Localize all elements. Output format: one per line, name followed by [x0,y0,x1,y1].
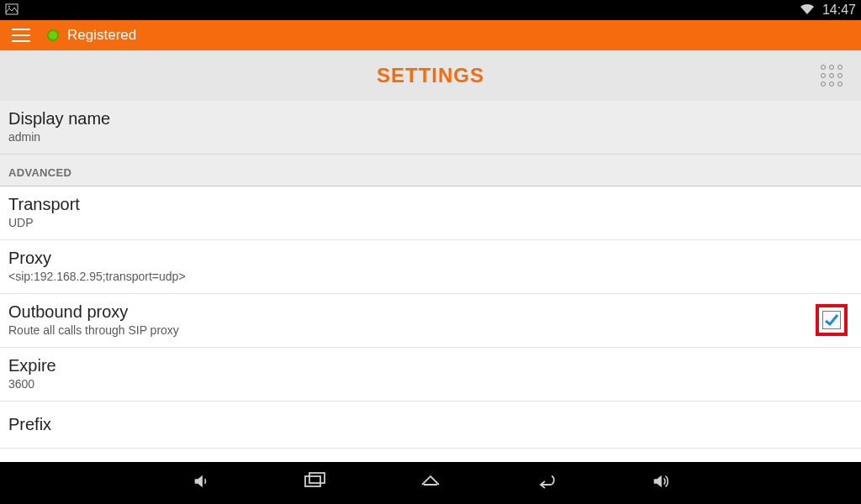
row-value: 3600 [8,377,853,391]
volume-up-icon[interactable] [651,472,669,494]
page-title: SETTINGS [377,64,484,87]
row-title: Transport [8,195,853,214]
row-expire[interactable]: Expire 3600 [0,348,861,402]
row-value: admin [8,130,853,144]
settings-header: SETTINGS [0,50,861,101]
svg-rect-3 [309,473,325,483]
row-title: Proxy [8,249,853,268]
row-proxy[interactable]: Proxy <sip:192.168.2.95;transport=udp> [0,240,861,294]
status-time: 14:47 [822,3,856,18]
row-title: Display name [8,109,853,129]
row-transport[interactable]: Transport UDP [0,186,861,240]
row-prefix[interactable]: Prefix [0,402,861,449]
row-desc: Route all calls through SIP proxy [8,323,816,337]
row-value: UDP [8,216,853,229]
row-outbound-proxy[interactable]: Outbound proxy Route all calls through S… [0,294,861,348]
home-icon[interactable] [419,470,442,496]
notification-image-icon [5,3,18,18]
outbound-proxy-checkbox[interactable] [822,311,841,329]
volume-down-icon[interactable] [192,472,210,494]
checkbox-highlight [816,304,848,336]
back-icon[interactable] [535,470,558,496]
android-nav-bar [0,462,861,504]
settings-list: Display name admin ADVANCED Transport UD… [0,101,861,449]
registration-status-icon [47,29,59,41]
row-display-name[interactable]: Display name admin [0,101,861,155]
row-value: <sip:192.168.2.95;transport=udp> [8,270,853,283]
row-title: Outbound proxy [8,302,816,322]
recent-apps-icon[interactable] [303,470,326,496]
svg-point-1 [8,6,10,8]
svg-rect-2 [305,476,320,486]
row-title: Prefix [8,415,853,434]
action-bar: Registered [0,20,861,50]
row-title: Expire [8,356,853,375]
wifi-icon [799,3,816,18]
section-advanced: ADVANCED [0,155,861,186]
dialer-grid-icon[interactable] [821,65,843,87]
android-status-bar: 14:47 [0,0,861,20]
registration-status-text: Registered [67,27,136,44]
menu-icon[interactable] [12,29,30,42]
